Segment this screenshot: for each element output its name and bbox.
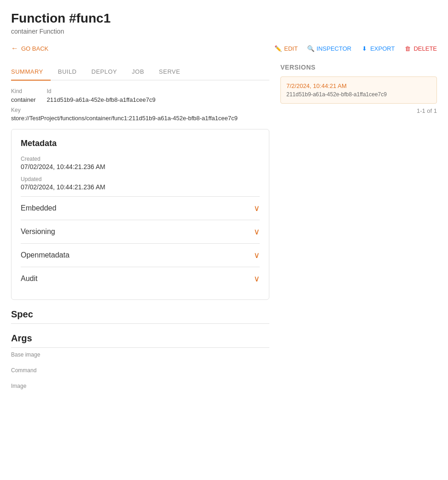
- inspector-button[interactable]: 🔍 INSPECTOR: [307, 45, 352, 52]
- metadata-card: Metadata Created 07/02/2024, 10:44:21.23…: [11, 129, 269, 300]
- openmetadata-chevron-icon: ∨: [254, 250, 260, 260]
- audit-title: Audit: [21, 275, 37, 283]
- versions-title: VERSIONS: [280, 64, 437, 71]
- version-pagination: 1-1 of 1: [280, 107, 437, 114]
- tabs: SUMMARY BUILD DEPLOY JOB SERVE: [11, 64, 269, 81]
- command-label: Command: [11, 367, 269, 374]
- metadata-title: Metadata: [21, 139, 260, 148]
- id-label: Id: [47, 88, 269, 94]
- versioning-title: Versioning: [21, 228, 55, 236]
- versioning-section: Versioning ∨: [21, 220, 260, 243]
- tab-build[interactable]: BUILD: [51, 64, 84, 81]
- go-back-button[interactable]: ← GO BACK: [11, 44, 48, 53]
- spec-section: Spec: [11, 309, 269, 324]
- left-panel: SUMMARY BUILD DEPLOY JOB SERVE Kind Id c…: [11, 64, 269, 398]
- openmetadata-section: Openmetadata ∨: [21, 243, 260, 267]
- edit-label: EDIT: [284, 45, 298, 52]
- embedded-section: Embedded ∨: [21, 196, 260, 220]
- versioning-header[interactable]: Versioning ∨: [21, 227, 260, 237]
- embedded-chevron-icon: ∨: [254, 203, 260, 213]
- back-arrow-icon: ←: [11, 44, 18, 53]
- version-card[interactable]: 7/2/2024, 10:44:21 AM 211d51b9-a61a-452e…: [280, 76, 437, 104]
- delete-label: DELETE: [413, 45, 437, 52]
- go-back-label: GO BACK: [21, 45, 48, 52]
- toolbar-actions: ✏️ EDIT 🔍 INSPECTOR ⬇ EXPORT 🗑 DELETE: [274, 45, 437, 52]
- versioning-chevron-icon: ∨: [254, 227, 260, 237]
- version-date: 7/2/2024, 10:44:21 AM: [286, 82, 431, 89]
- key-label: Key: [11, 107, 269, 113]
- right-panel: VERSIONS 7/2/2024, 10:44:21 AM 211d51b9-…: [280, 64, 437, 398]
- audit-chevron-icon: ∨: [254, 274, 260, 284]
- export-icon: ⬇: [361, 45, 368, 52]
- delete-button[interactable]: 🗑 DELETE: [404, 45, 437, 52]
- export-button[interactable]: ⬇ EXPORT: [361, 45, 395, 52]
- image-label: Image: [11, 383, 269, 389]
- tab-summary[interactable]: SUMMARY: [11, 64, 51, 81]
- tab-deploy[interactable]: DEPLOY: [84, 64, 125, 81]
- audit-section: Audit ∨: [21, 267, 260, 290]
- kind-value: container: [11, 96, 35, 103]
- tab-serve[interactable]: SERVE: [151, 64, 187, 81]
- inspector-label: INSPECTOR: [317, 45, 352, 52]
- openmetadata-title: Openmetadata: [21, 251, 70, 259]
- page-subtitle: container Function: [11, 28, 437, 35]
- export-label: EXPORT: [370, 45, 395, 52]
- edit-icon: ✏️: [274, 45, 282, 52]
- delete-icon: 🗑: [404, 45, 411, 52]
- embedded-title: Embedded: [21, 204, 56, 212]
- edit-button[interactable]: ✏️ EDIT: [274, 45, 298, 52]
- args-title: Args: [11, 333, 269, 348]
- key-value: store://TestProject/functions/container/…: [11, 115, 238, 122]
- embedded-header[interactable]: Embedded ∨: [21, 203, 260, 213]
- updated-label: Updated: [21, 176, 260, 182]
- version-id: 211d51b9-a61a-452e-bfb8-a1ffa1cee7c9: [286, 91, 431, 98]
- updated-value: 07/02/2024, 10:44:21.236 AM: [21, 183, 260, 191]
- base-image-field: Base image: [11, 351, 269, 358]
- page-title: Function #func1: [11, 11, 437, 26]
- base-image-label: Base image: [11, 351, 269, 358]
- key-row: Key store://TestProject/functions/contai…: [11, 107, 269, 122]
- tab-job[interactable]: JOB: [124, 64, 151, 81]
- main-content: SUMMARY BUILD DEPLOY JOB SERVE Kind Id c…: [11, 64, 437, 398]
- meta-grid: Kind Id container 211d51b9-a61a-452e-bfb…: [11, 88, 269, 103]
- created-label: Created: [21, 156, 260, 162]
- spec-title: Spec: [11, 309, 269, 324]
- args-section: Args Base image Command Image: [11, 333, 269, 389]
- audit-header[interactable]: Audit ∨: [21, 274, 260, 284]
- command-field: Command: [11, 367, 269, 374]
- created-value: 07/02/2024, 10:44:21.236 AM: [21, 163, 260, 170]
- id-value: 211d51b9-a61a-452e-bfb8-a1ffa1cee7c9: [47, 96, 269, 103]
- openmetadata-header[interactable]: Openmetadata ∨: [21, 250, 260, 260]
- image-field: Image: [11, 383, 269, 389]
- toolbar: ← GO BACK ✏️ EDIT 🔍 INSPECTOR ⬇ EXPORT 🗑…: [11, 44, 437, 56]
- kind-label: Kind: [11, 88, 35, 94]
- inspector-icon: 🔍: [307, 45, 314, 52]
